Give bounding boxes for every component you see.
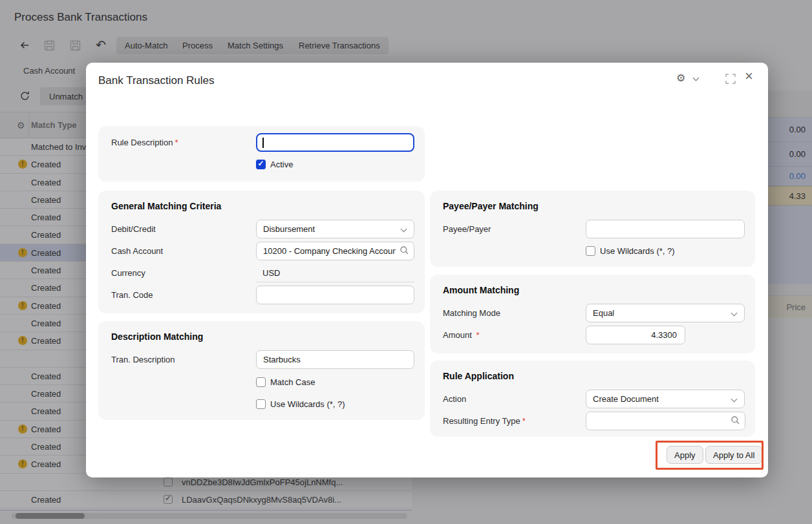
dialog-settings-gear-icon[interactable]: ⚙ bbox=[676, 72, 685, 84]
amount-label: Amount bbox=[443, 330, 472, 340]
search-icon[interactable] bbox=[731, 415, 740, 427]
tran-description-label: Tran. Description bbox=[111, 355, 256, 364]
chevron-down-icon bbox=[731, 310, 738, 317]
section-title: Description Matching bbox=[111, 331, 414, 342]
matching-mode-label: Matching Mode bbox=[443, 308, 586, 318]
dialog-title: Bank Transaction Rules bbox=[98, 74, 215, 87]
amount-matching-panel: Amount Matching Matching Mode Equal Amou… bbox=[430, 275, 755, 353]
payee-payer-label: Payee/Payer bbox=[443, 224, 586, 234]
use-wildcards-checkbox[interactable] bbox=[256, 399, 266, 409]
active-checkbox-label: Active bbox=[270, 160, 293, 169]
action-select[interactable]: Create Document bbox=[586, 390, 745, 408]
search-icon[interactable] bbox=[400, 246, 409, 257]
match-case-checkbox[interactable] bbox=[256, 377, 266, 387]
resulting-entry-type-label: Resulting Entry Type bbox=[443, 416, 520, 426]
chevron-down-icon bbox=[731, 396, 738, 403]
close-icon[interactable]: × bbox=[745, 69, 753, 83]
rule-description-input[interactable] bbox=[256, 133, 414, 152]
amount-input[interactable] bbox=[586, 326, 685, 344]
payee-use-wildcards-checkbox[interactable] bbox=[586, 246, 595, 256]
general-matching-criteria-panel: General Matching Criteria Debit/Credit D… bbox=[98, 191, 425, 313]
apply-button[interactable]: Apply bbox=[667, 446, 703, 464]
chevron-down-icon bbox=[401, 226, 407, 233]
currency-value: USD bbox=[256, 264, 414, 282]
description-matching-panel: Description Matching Tran. Description M… bbox=[98, 321, 425, 420]
cash-account-field-label: Cash Account bbox=[111, 246, 256, 256]
matching-mode-select[interactable]: Equal bbox=[586, 304, 745, 322]
required-asterisk: * bbox=[474, 330, 480, 340]
rule-application-panel: Rule Application Action Create Document … bbox=[430, 361, 755, 437]
cash-account-input[interactable] bbox=[256, 242, 414, 260]
payee-payer-matching-panel: Payee/Payer Matching Payee/Payer Use Wil… bbox=[430, 191, 755, 267]
debit-credit-select[interactable]: Disbursement bbox=[256, 220, 414, 238]
rule-description-label: Rule Description bbox=[111, 138, 173, 147]
active-checkbox[interactable] bbox=[256, 160, 266, 169]
chevron-down-icon[interactable] bbox=[693, 75, 700, 81]
required-asterisk: * bbox=[175, 138, 178, 147]
section-title: Amount Matching bbox=[443, 285, 745, 295]
expand-icon[interactable] bbox=[725, 74, 736, 86]
required-asterisk: * bbox=[522, 416, 526, 426]
resulting-entry-type-input[interactable] bbox=[586, 412, 745, 430]
debit-credit-label: Debit/Credit bbox=[111, 224, 256, 234]
payee-payer-input[interactable] bbox=[586, 220, 745, 238]
currency-label: Currency bbox=[111, 268, 256, 278]
text-cursor bbox=[262, 138, 264, 148]
payee-use-wildcards-label: Use Wildcards (*, ?) bbox=[600, 246, 675, 256]
section-title: General Matching Criteria bbox=[111, 201, 414, 211]
use-wildcards-label: Use Wildcards (*, ?) bbox=[270, 399, 345, 409]
match-case-label: Match Case bbox=[270, 377, 315, 387]
rule-description-panel: Rule Description* Active bbox=[98, 126, 425, 182]
section-title: Payee/Payer Matching bbox=[443, 201, 745, 211]
action-label: Action bbox=[443, 394, 586, 404]
section-title: Rule Application bbox=[443, 371, 745, 381]
apply-to-all-button[interactable]: Apply to All bbox=[705, 446, 762, 464]
tran-description-input[interactable] bbox=[256, 350, 414, 369]
bank-transaction-rules-dialog: Bank Transaction Rules ⚙ × Rule Descript… bbox=[86, 63, 768, 477]
tran-code-input[interactable] bbox=[256, 286, 414, 304]
tran-code-label: Tran. Code bbox=[111, 290, 256, 300]
